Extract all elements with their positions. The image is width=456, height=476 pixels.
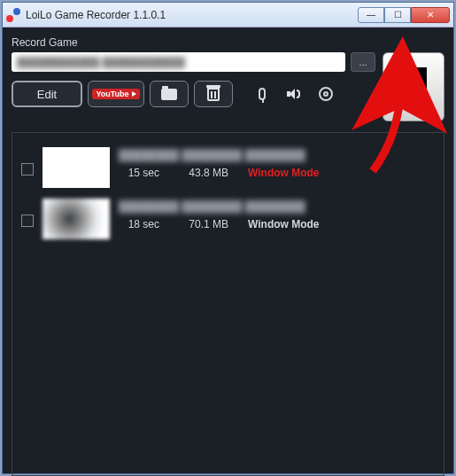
close-button[interactable]: ✕ <box>411 7 450 23</box>
trash-icon <box>207 88 220 101</box>
speaker-button[interactable] <box>281 81 307 107</box>
settings-button[interactable] <box>313 81 339 107</box>
toolbar: Edit YouTube <box>12 81 375 107</box>
edit-button[interactable]: Edit <box>12 81 82 107</box>
recording-duration: 15 sec <box>119 167 159 179</box>
client-area: Record Game ████████████ ████████████ ..… <box>3 27 453 476</box>
game-path-text: ████████████ ████████████ <box>17 57 185 67</box>
youtube-button[interactable]: YouTube <box>88 81 144 107</box>
gear-icon <box>319 87 333 101</box>
game-path-input[interactable]: ████████████ ████████████ <box>12 52 345 72</box>
minimize-button[interactable]: — <box>358 7 384 23</box>
recording-meta: ████████ ████████ ████████15 sec43.8 MBW… <box>119 147 435 179</box>
row-checkbox[interactable] <box>21 163 34 176</box>
recording-filename: ████████ ████████ ████████ <box>119 149 435 161</box>
window-title: LoiLo Game Recorder 1.1.0.1 <box>26 9 358 21</box>
youtube-icon: YouTube <box>92 89 139 99</box>
folder-icon <box>161 89 177 100</box>
recordings-list[interactable]: ████████ ████████ ████████15 sec43.8 MBW… <box>12 132 444 476</box>
record-game-label: Record Game <box>12 36 444 49</box>
recording-thumbnail[interactable] <box>43 199 110 239</box>
recording-filename: ████████ ████████ ████████ <box>119 200 435 213</box>
recording-meta: ████████ ████████ ████████18 sec70.1 MBW… <box>119 199 435 230</box>
recording-thumbnail[interactable] <box>43 147 110 188</box>
delete-button[interactable] <box>194 81 233 107</box>
recording-size: 70.1 MB <box>179 218 228 230</box>
app-logo-icon <box>6 8 20 22</box>
microphone-icon <box>259 88 266 100</box>
app-window: LoiLo Game Recorder 1.1.0.1 — ☐ ✕ Record… <box>2 2 454 474</box>
maximize-button[interactable]: ☐ <box>384 7 411 23</box>
titlebar[interactable]: LoiLo Game Recorder 1.1.0.1 — ☐ ✕ <box>3 3 453 27</box>
speaker-icon <box>287 88 301 100</box>
browse-button[interactable]: ... <box>351 52 375 72</box>
recording-mode: Window Mode <box>248 218 320 230</box>
recording-size: 43.8 MB <box>179 167 228 179</box>
window-controls: — ☐ ✕ <box>358 7 450 23</box>
open-folder-button[interactable] <box>150 81 189 107</box>
row-checkbox[interactable] <box>21 215 34 227</box>
record-hotkey-label: F6 <box>408 98 419 107</box>
recording-row[interactable]: ████████ ████████ ████████15 sec43.8 MBW… <box>18 142 438 193</box>
record-button[interactable]: F6 <box>383 52 444 121</box>
record-stop-icon <box>400 67 427 94</box>
recording-duration: 18 sec <box>119 218 159 230</box>
recording-mode: Window Mode <box>248 167 320 179</box>
microphone-button[interactable] <box>249 81 275 107</box>
recording-row[interactable]: ████████ ████████ ████████18 sec70.1 MBW… <box>18 193 438 245</box>
